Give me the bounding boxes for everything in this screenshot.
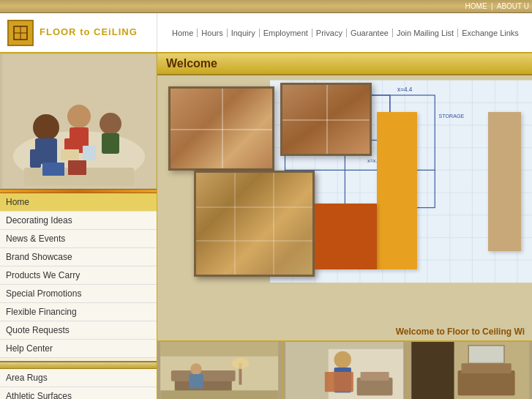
svg-point-60 — [232, 357, 249, 369]
sidebar-item-products[interactable]: Products We Carry — [0, 266, 157, 285]
header: FLOOR to CEiLING Home Hours Inquiry Empl… — [0, 13, 532, 53]
svg-rect-14 — [102, 133, 119, 154]
nav-employment[interactable]: Employment — [260, 29, 312, 37]
sidebar-item-decorating[interactable]: Decorating Ideas — [0, 212, 157, 230]
svg-rect-61 — [160, 390, 278, 399]
logo-floor: FLOOR — [40, 26, 77, 37]
svg-rect-19 — [68, 160, 86, 175]
tile-sample-2 — [280, 83, 372, 156]
sidebar-item-help[interactable]: Help Center — [0, 340, 157, 358]
svg-rect-58 — [189, 374, 203, 389]
sidebar-cat-area-rugs[interactable]: Area Rugs — [0, 369, 157, 387]
welcome-caption: Welcome to Floor to Ceiling Wi — [396, 327, 525, 337]
top-bar-links: HOME | ABOUT U — [465, 2, 529, 10]
color-swatch-orange — [377, 112, 417, 269]
sidebar-image-placeholder — [0, 53, 157, 189]
sidebar-item-promotions[interactable]: Special Promotions — [0, 285, 157, 303]
bottom-thumbnails — [157, 340, 532, 399]
sidebar-cat-athletic[interactable]: Athletic Surfaces — [0, 387, 157, 399]
sidebar-item-brand[interactable]: Brand Showcase — [0, 248, 157, 266]
svg-text:STORAGE: STORAGE — [438, 113, 464, 119]
tile-sample-1 — [168, 86, 274, 171]
sidebar-item-home[interactable]: Home — [0, 193, 157, 212]
svg-rect-7 — [30, 149, 41, 168]
logo-text: FLOOR to CEiLING — [40, 27, 138, 37]
tile-sample-3 — [194, 171, 315, 277]
nav-home[interactable]: Home — [168, 29, 198, 37]
sidebar-menu: Home Decorating Ideas News & Events Bran… — [0, 193, 157, 358]
thumbnail-1 — [157, 342, 282, 399]
main-image-area: 12'2" 2'1.5" x=4.4 STORAGE 12'6" x=x.4 — [157, 75, 532, 340]
logo-to: to — [80, 26, 90, 37]
thumbnail-3 — [408, 342, 532, 399]
svg-rect-17 — [83, 146, 96, 160]
nav-inquiry[interactable]: Inquiry — [228, 29, 260, 37]
nav-hours[interactable]: Hours — [198, 29, 227, 37]
sidebar-categories: Area Rugs Athletic Surfaces Cabinetry — [0, 361, 157, 399]
svg-rect-18 — [42, 163, 64, 176]
svg-rect-72 — [411, 342, 454, 399]
nav-guarantee[interactable]: Guarantee — [347, 29, 393, 37]
sidebar-image — [0, 53, 157, 189]
welcome-title: Welcome — [166, 57, 217, 70]
svg-point-9 — [67, 105, 91, 128]
color-swatch-tan — [488, 112, 521, 251]
sidebar-cat-header — [0, 361, 157, 369]
svg-text:x=4.4: x=4.4 — [397, 86, 413, 93]
color-swatch-red — [315, 204, 377, 269]
top-bar: HOME | ABOUT U — [0, 0, 532, 13]
content-area: Welcome — [157, 53, 532, 399]
sidebar-item-quotes[interactable]: Quote Requests — [0, 321, 157, 340]
svg-rect-67 — [325, 372, 353, 392]
nav-mailing[interactable]: Join Mailing List — [393, 29, 458, 37]
svg-point-57 — [190, 363, 202, 375]
svg-point-65 — [334, 351, 351, 368]
thumbnail-2 — [282, 342, 408, 399]
nav-privacy[interactable]: Privacy — [312, 29, 347, 37]
nav-exchange[interactable]: Exchange Links — [458, 29, 522, 37]
svg-rect-74 — [457, 370, 514, 395]
sidebar-item-financing[interactable]: Flexible Financing — [0, 303, 157, 321]
logo-area: FLOOR to CEiLING — [0, 13, 157, 52]
logo-icon — [7, 20, 34, 46]
svg-rect-76 — [468, 346, 504, 363]
svg-rect-69 — [361, 372, 389, 381]
sidebar-item-news[interactable]: News & Events — [0, 230, 157, 248]
svg-point-13 — [100, 113, 121, 135]
logo-ceiling: CEiLING — [94, 26, 138, 37]
svg-point-5 — [33, 114, 59, 141]
welcome-header: Welcome — [157, 53, 532, 75]
svg-rect-75 — [461, 363, 511, 373]
sidebar: Home Decorating Ideas News & Events Bran… — [0, 53, 157, 399]
nav-links: Home Hours Inquiry Employment Privacy Gu… — [157, 29, 532, 37]
main: Home Decorating Ideas News & Events Bran… — [0, 53, 532, 399]
svg-rect-54 — [160, 342, 278, 357]
svg-rect-16 — [61, 149, 79, 160]
